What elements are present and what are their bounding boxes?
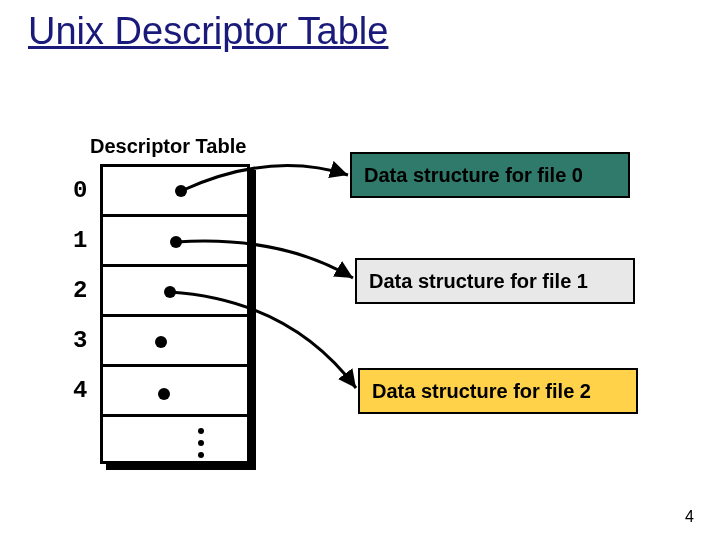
descriptor-table: 0 1 2 3 4 [100, 164, 250, 464]
data-structure-box-0: Data structure for file 0 [350, 152, 630, 198]
slide-number: 4 [685, 508, 694, 526]
slide: Unix Descriptor Table Descriptor Table 0… [0, 0, 720, 540]
pointer-dot [155, 336, 167, 348]
table-row: 4 [103, 367, 247, 417]
row-index: 4 [73, 377, 87, 404]
data-structure-box-1: Data structure for file 1 [355, 258, 635, 304]
row-index: 3 [73, 327, 87, 354]
pointer-dot [158, 388, 170, 400]
table-row [103, 417, 247, 467]
row-index: 1 [73, 227, 87, 254]
pointer-dot [175, 185, 187, 197]
ellipsis-dot [198, 452, 204, 458]
page-title: Unix Descriptor Table [28, 10, 388, 53]
pointer-dot [170, 236, 182, 248]
ellipsis-dot [198, 428, 204, 434]
row-index: 2 [73, 277, 87, 304]
data-structure-box-2: Data structure for file 2 [358, 368, 638, 414]
row-index: 0 [73, 177, 87, 204]
ellipsis-dot [198, 440, 204, 446]
pointer-dot [164, 286, 176, 298]
table-row: 3 [103, 317, 247, 367]
descriptor-table-label: Descriptor Table [90, 135, 246, 158]
